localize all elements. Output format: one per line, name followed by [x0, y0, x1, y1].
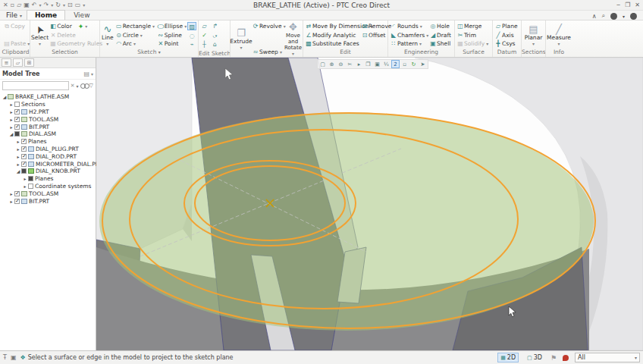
tree-item[interactable]: DIAL_KNOB.PRT	[2, 168, 96, 175]
visibility-checkbox[interactable]	[14, 109, 20, 115]
expander-icon[interactable]	[22, 176, 28, 181]
point-button[interactable]: ✕Point	[156, 39, 187, 48]
expander-icon[interactable]	[8, 199, 14, 204]
view-2d-button[interactable]: ▦2D	[497, 353, 519, 362]
minimize-icon[interactable]: ‒	[616, 2, 620, 8]
plane-button[interactable]: ▱Plane	[494, 22, 519, 30]
expander-icon[interactable]	[8, 191, 14, 196]
new-file-icon[interactable]: ▫	[11, 2, 14, 9]
search-icon[interactable]: ⌕	[602, 12, 605, 20]
axis-button[interactable]: ╱Axis	[494, 31, 519, 39]
rounds-button[interactable]: ◜Rounds▾	[389, 22, 428, 30]
remove-button[interactable]: ⊠Remove	[360, 22, 387, 30]
view-3d-button[interactable]: ▢3D	[525, 353, 544, 362]
visibility-checkbox[interactable]	[14, 102, 20, 107]
tree-settings-caret-icon[interactable]: ▾	[91, 71, 93, 77]
shell-button[interactable]: ▣Shell	[428, 39, 453, 48]
zoom-out-button[interactable]: ⊖	[337, 60, 345, 68]
shaded-closed-loops-button[interactable]: ◌	[187, 31, 196, 39]
window-switch-icon[interactable]: ⊡	[67, 2, 73, 9]
rectangle-button[interactable]: ▭Rectangle▾	[114, 22, 156, 30]
expander-icon[interactable]	[8, 117, 14, 122]
visibility-checkbox[interactable]	[28, 184, 33, 189]
extrude-button[interactable]: ❐ Extrude▾	[231, 21, 251, 57]
expander-icon[interactable]	[15, 139, 21, 144]
ellipse-button[interactable]: ○Ellipse▾	[156, 22, 187, 30]
flag-icon[interactable]: ⚑	[550, 354, 557, 362]
model-tree-tab[interactable]: ≡	[2, 58, 11, 67]
datum-display-button[interactable]: ▣	[373, 60, 381, 68]
selection-filter-dropdown[interactable]: All▾	[575, 353, 640, 362]
expander-icon[interactable]	[8, 131, 14, 136]
close-window-icon[interactable]: ▭	[75, 2, 81, 9]
save-icon[interactable]: ▣	[24, 2, 30, 9]
modify-analytic-button[interactable]: ∠Modify Analytic	[304, 31, 360, 39]
circle-button[interactable]: ⊙Circle▾	[114, 31, 156, 39]
offset-button[interactable]: ⊡Offset	[360, 31, 387, 39]
visibility-checkbox[interactable]	[21, 139, 27, 144]
tree-item[interactable]: DIAL_ROD.PRT	[2, 152, 96, 160]
draft-button[interactable]: ◢Draft	[428, 31, 453, 39]
tree-item[interactable]: Sections	[2, 101, 96, 108]
expander-icon[interactable]	[15, 146, 21, 152]
favorites-tab[interactable]: ⊞	[24, 58, 34, 67]
visibility-checkbox[interactable]	[14, 191, 20, 196]
file-menu-button[interactable]: File ▾	[3, 11, 27, 20]
planar-button[interactable]: ▤ Planar▾	[522, 21, 544, 49]
tree-settings-icon[interactable]: ▤	[83, 71, 89, 77]
regenerate-caret-icon[interactable]: ▾	[63, 2, 65, 8]
clear-search-icon[interactable]: ✕	[71, 83, 75, 89]
visibility-checkbox[interactable]	[21, 162, 27, 167]
visibility-checkbox[interactable]	[14, 131, 20, 136]
copy-button[interactable]: ⧉Copy	[2, 22, 30, 30]
sketch-view-button[interactable]: 2	[391, 60, 400, 68]
copy-geometry-button[interactable]: ↱	[210, 22, 220, 30]
snap-to-geometry-button[interactable]: ⌁	[187, 39, 196, 48]
command-locator-icon[interactable]: ●	[610, 13, 617, 20]
refit-button[interactable]: ▢	[318, 60, 327, 68]
color-button[interactable]: ◧Color✦▾	[49, 22, 103, 30]
tree-item[interactable]: DIAL.ASM	[2, 130, 96, 138]
tree-item[interactable]: BIT.PRT	[2, 197, 96, 205]
search-caret-icon[interactable]: ▾	[623, 14, 625, 19]
geometry-rules-button[interactable]: ▦Geometry Rules	[49, 39, 103, 48]
redo-icon[interactable]: ↷	[44, 2, 49, 9]
zoom-in-button[interactable]: ⊕	[328, 60, 336, 68]
restore-icon[interactable]: ❐	[625, 2, 630, 8]
tree-item[interactable]: Planes	[2, 138, 96, 146]
fillet-button[interactable]: ◟▾	[210, 31, 220, 39]
tab-home[interactable]: Home	[27, 10, 65, 20]
select-button[interactable]: ➤ Select▾	[31, 21, 49, 49]
expander-icon[interactable]	[8, 109, 14, 115]
regenerate-icon[interactable]: ↻	[55, 2, 61, 9]
visibility-checkbox[interactable]	[21, 146, 27, 152]
tree-item[interactable]: BRAKE_LATHE.ASM	[2, 93, 96, 101]
tree-item[interactable]: DIAL_PLUG.PRT	[2, 146, 96, 153]
qat-customize-icon[interactable]: ▾	[83, 2, 85, 8]
solidify-button[interactable]: ▦Solidify▾	[456, 39, 489, 48]
pattern-button[interactable]: ∷Pattern▾	[389, 39, 428, 48]
tree-item[interactable]: BIT.PRT	[2, 123, 96, 130]
sweep-button[interactable]: ≈Sweep▾	[251, 48, 284, 56]
chamfers-button[interactable]: ◣Chamfers▾	[389, 31, 428, 39]
help-icon[interactable]: ?	[630, 13, 637, 20]
close-icon[interactable]: ✕	[635, 2, 640, 8]
orient-mode-button[interactable]: ➤	[419, 60, 427, 68]
tree-item[interactable]: Coordinate systems	[2, 183, 96, 190]
visibility-checkbox[interactable]	[28, 176, 33, 181]
minimize-ribbon-icon[interactable]: ∧	[592, 13, 597, 20]
3d-model-scene[interactable]	[96, 58, 643, 350]
move-and-rotate-button[interactable]: ✥ Move and Rotate▾	[284, 21, 302, 57]
redo-caret-icon[interactable]: ▾	[51, 2, 53, 8]
visibility-checkbox[interactable]	[21, 154, 27, 159]
resume-icon[interactable]: Ŧ	[3, 354, 7, 361]
expander-icon[interactable]	[15, 162, 21, 167]
csys-button[interactable]: ╋Csys	[494, 39, 519, 48]
annotation-display-button[interactable]: ▫	[400, 60, 409, 68]
visibility-checkbox[interactable]	[14, 117, 20, 122]
delete-button[interactable]: ✕Delete	[49, 31, 103, 39]
visibility-checkbox[interactable]	[14, 124, 20, 130]
tree-item[interactable]: TOOL.ASM	[2, 115, 96, 123]
tree-search-input[interactable]	[2, 81, 69, 90]
revolve-button[interactable]: ⟳Revolve▾	[251, 22, 284, 30]
